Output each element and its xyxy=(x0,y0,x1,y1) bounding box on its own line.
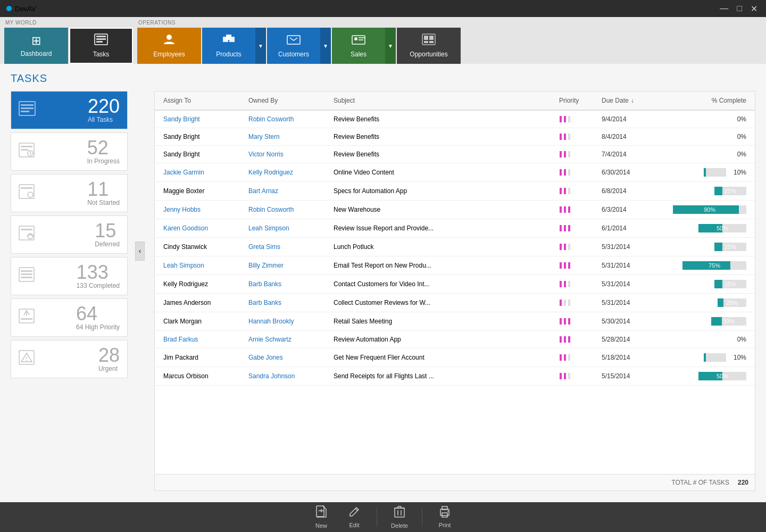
stat-card-not-started[interactable]: 11 Not Started xyxy=(11,174,128,212)
nav-tile-tasks[interactable]: Tasks xyxy=(69,28,133,64)
cell-priority xyxy=(557,280,600,288)
priority-bar xyxy=(564,318,566,325)
priority-bar xyxy=(568,354,570,361)
col-header-due-date[interactable]: Due Date ↓ xyxy=(600,96,663,105)
nav-tile-sales[interactable]: Sales xyxy=(332,28,385,64)
svg-rect-2 xyxy=(96,38,106,40)
priority-bar xyxy=(560,318,562,325)
cell-owned-by[interactable]: Arnie Schwartz xyxy=(246,335,331,344)
maximize-button[interactable]: □ xyxy=(735,4,744,14)
table-row[interactable]: Sandy Bright Mary Stern Review Benefits … xyxy=(155,128,755,146)
svg-rect-45 xyxy=(395,508,404,517)
svg-point-4 xyxy=(166,35,172,40)
stat-card-deferred[interactable]: 15 Deferred xyxy=(11,215,128,254)
nav-tile-dashboard[interactable]: ⊞ Dashboard xyxy=(4,28,68,64)
cell-owned-by[interactable]: Sandra Johnson xyxy=(246,371,331,381)
cell-owned-by[interactable]: Robin Cosworth xyxy=(246,205,331,214)
table-row[interactable]: Jenny Hobbs Robin Cosworth New Warehouse… xyxy=(155,201,755,219)
stat-card-in-progress[interactable]: 52 In Progress xyxy=(11,132,128,171)
cell-owned-by[interactable]: Mary Stern xyxy=(246,132,331,142)
cell-owned-by[interactable]: Billy Zimmer xyxy=(246,261,331,270)
all-tasks-label: All Tasks xyxy=(88,116,120,123)
customers-label: Customers xyxy=(278,51,309,58)
cell-assign-to[interactable]: Brad Farkus xyxy=(161,335,246,344)
cell-priority xyxy=(557,150,600,159)
svg-point-10 xyxy=(354,37,357,40)
products-icon xyxy=(222,34,236,48)
progress-bar: 25% xyxy=(714,280,746,288)
table-row[interactable]: Kelly Rodriguez Barb Banks Contact Custo… xyxy=(155,275,755,294)
cell-owned-by[interactable]: Gabe Jones xyxy=(246,353,331,362)
edit-button[interactable]: Edit xyxy=(338,504,370,530)
cell-priority xyxy=(557,205,600,214)
nav-tile-opportunities[interactable]: Opportunities xyxy=(397,28,461,64)
table-row[interactable]: Marcus Orbison Sandra Johnson Send Recei… xyxy=(155,367,755,386)
stat-card-completed[interactable]: 133 133 Completed xyxy=(11,257,128,295)
table-row[interactable]: Jim Packard Gabe Jones Get New Frequent … xyxy=(155,348,755,367)
table-row[interactable]: Jackie Garmin Kelly Rodriguez Online Vid… xyxy=(155,163,755,182)
cell-due-date: 8/4/2014 xyxy=(600,132,663,142)
cell-due-date: 5/31/2014 xyxy=(600,242,663,252)
cell-owned-by[interactable]: Robin Cosworth xyxy=(246,114,331,124)
sales-dropdown-arrow[interactable]: ▼ xyxy=(385,28,396,64)
cell-assign-to[interactable]: Jenny Hobbs xyxy=(161,205,246,214)
total-value: 220 xyxy=(738,479,748,486)
svg-rect-17 xyxy=(429,41,434,43)
close-button[interactable]: ✕ xyxy=(748,4,760,14)
priority-bar xyxy=(564,262,566,269)
not-started-label: Not Started xyxy=(87,199,120,206)
nav-tile-products[interactable]: Products xyxy=(202,28,255,64)
cell-owned-by[interactable]: Greta Sims xyxy=(246,242,331,252)
table-row[interactable]: Clark Morgan Hannah Brookly Retail Sales… xyxy=(155,312,755,331)
cell-owned-by[interactable]: Victor Norris xyxy=(246,149,331,159)
products-dropdown-arrow[interactable]: ▼ xyxy=(255,28,266,64)
high-priority-label: 64 High Priority xyxy=(76,323,120,331)
priority-bar xyxy=(564,169,566,176)
nav-tile-customers[interactable]: Customers xyxy=(267,28,320,64)
table-row[interactable]: Leah Simpson Billy Zimmer Email Test Rep… xyxy=(155,256,755,275)
table-row[interactable]: Karen Goodson Leah Simpson Review Issue … xyxy=(155,219,755,238)
cell-assign-to[interactable]: Karen Goodson xyxy=(161,223,246,233)
priority-bar xyxy=(568,188,570,194)
titlebar: DevAV — □ ✕ xyxy=(0,0,766,17)
table-row[interactable]: Sandy Bright Victor Norris Review Benefi… xyxy=(155,146,755,163)
cell-owned-by[interactable]: Hannah Brookly xyxy=(246,317,331,326)
minimize-button[interactable]: — xyxy=(718,4,730,14)
cell-owned-by[interactable]: Kelly Rodriguez xyxy=(246,168,331,177)
cell-pct-complete: 25% xyxy=(663,279,748,289)
table-footer: TOTAL # OF TASKS 220 xyxy=(155,474,755,491)
cell-assign-to[interactable]: Sandy Bright xyxy=(161,114,246,124)
table-row[interactable]: Sandy Bright Robin Cosworth Review Benef… xyxy=(155,111,755,128)
edit-icon xyxy=(348,506,360,520)
customers-dropdown-arrow[interactable]: ▼ xyxy=(320,28,331,64)
collapse-button[interactable]: ‹ xyxy=(135,242,145,261)
cell-assign-to[interactable]: Leah Simpson xyxy=(161,261,246,270)
toolbar-separator-2 xyxy=(422,508,422,527)
svg-rect-23 xyxy=(21,146,32,147)
cell-due-date: 5/31/2014 xyxy=(600,279,663,289)
new-button[interactable]: New xyxy=(305,504,337,530)
deferred-count: 15 xyxy=(95,221,120,240)
cell-subject: Review Benefits xyxy=(331,132,557,142)
table-row[interactable]: Maggie Boxter Bart Arnaz Specs for Autom… xyxy=(155,182,755,201)
delete-button[interactable]: Delete xyxy=(384,504,415,530)
cell-owned-by[interactable]: Bart Arnaz xyxy=(246,186,331,196)
cell-pct-complete: 75% xyxy=(663,260,748,271)
stat-card-high-priority[interactable]: 64 64 High Priority xyxy=(11,298,128,337)
table-row[interactable]: James Anderson Barb Banks Collect Custom… xyxy=(155,294,755,312)
table-row[interactable]: Cindy Stanwick Greta Sims Lunch Potluck … xyxy=(155,238,755,256)
stat-card-all-tasks[interactable]: 220 All Tasks xyxy=(11,91,128,129)
cell-due-date: 6/1/2014 xyxy=(600,223,663,233)
cell-owned-by[interactable]: Barb Banks xyxy=(246,298,331,307)
table-row[interactable]: Brad Farkus Arnie Schwartz Review Automa… xyxy=(155,331,755,348)
cell-assign-to[interactable]: Jackie Garmin xyxy=(161,168,246,177)
cell-pct-complete: 50% xyxy=(663,223,748,234)
cell-due-date: 5/18/2014 xyxy=(600,353,663,362)
print-button[interactable]: Print xyxy=(429,504,461,530)
cell-owned-by[interactable]: Barb Banks xyxy=(246,279,331,289)
completed-icon xyxy=(19,267,35,285)
svg-rect-29 xyxy=(19,226,34,240)
cell-owned-by[interactable]: Leah Simpson xyxy=(246,223,331,233)
stat-card-urgent[interactable]: 28 Urgent xyxy=(11,340,128,378)
nav-tile-employees[interactable]: Employees xyxy=(137,28,201,64)
